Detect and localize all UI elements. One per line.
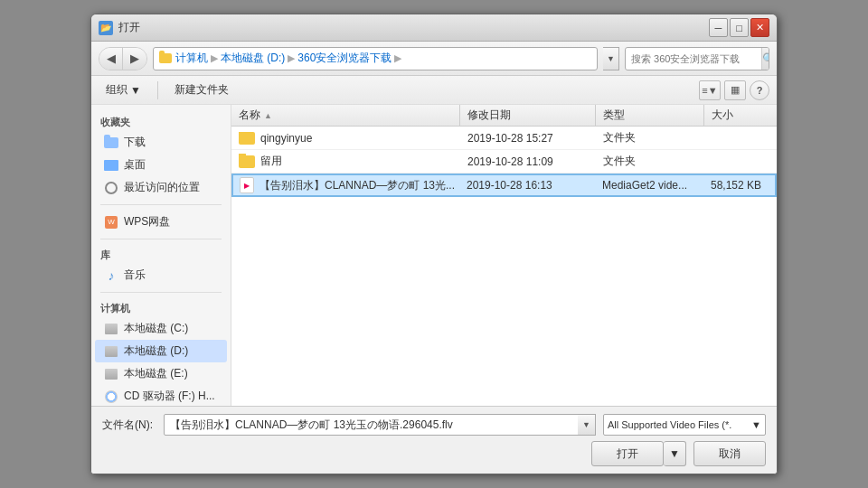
col-type[interactable]: 类型 xyxy=(596,105,704,126)
view-list-button[interactable]: ≡▼ xyxy=(699,80,721,100)
file-list-area: 名称 ▲ 修改日期 类型 大小 qingy xyxy=(231,105,777,406)
video-icon-clannad xyxy=(240,177,254,193)
folder-icon xyxy=(104,136,118,150)
maximize-button[interactable]: □ xyxy=(730,18,749,37)
close-button[interactable]: ✕ xyxy=(750,18,769,37)
sidebar-divider-3 xyxy=(100,292,222,293)
window-controls: ─ □ ✕ xyxy=(709,18,769,37)
file-name-liuyong: 留用 xyxy=(231,154,460,169)
dialog-icon: 📂 xyxy=(99,21,113,35)
title-bar: 📂 打开 ─ □ ✕ xyxy=(91,14,777,42)
filetype-dropdown[interactable]: All Supported Video Files (*. ▼ xyxy=(603,414,766,436)
sidebar-item-music[interactable]: ♪ 音乐 xyxy=(95,264,227,286)
file-row-qingyinyue[interactable]: qingyinyue 2019-10-28 15:27 文件夹 xyxy=(231,127,777,150)
cdrom-icon xyxy=(104,389,118,404)
file-date-qingyinyue: 2019-10-28 15:27 xyxy=(460,132,596,145)
file-row-clannad[interactable]: 【告别泪水】CLANNAD—梦の町 13光... 2019-10-28 16:1… xyxy=(231,174,777,197)
back-button[interactable]: ◀ xyxy=(99,48,123,70)
sidebar-computer-header: 计算机 xyxy=(91,298,231,317)
sidebar-item-disk-e[interactable]: 本地磁盘 (E:) xyxy=(95,362,227,385)
nav-bar: ◀ ▶ 计算机 ▶ 本地磁盘 (D:) ▶ 360安全浏览器下载 ▶ ▼ 🔍 xyxy=(91,42,777,76)
new-folder-button[interactable]: 新建文件夹 xyxy=(167,80,236,101)
sidebar-divider-2 xyxy=(100,239,222,239)
search-button[interactable]: 🔍 xyxy=(761,48,769,70)
sidebar-divider-1 xyxy=(100,204,222,205)
breadcrumb-bar: 计算机 ▶ 本地磁盘 (D:) ▶ 360安全浏览器下载 ▶ xyxy=(153,47,598,70)
disk-d-icon xyxy=(104,344,118,359)
desktop-icon xyxy=(104,158,118,173)
back-forward-buttons: ◀ ▶ xyxy=(99,47,147,70)
cancel-button[interactable]: 取消 xyxy=(693,441,766,466)
sidebar-item-cdrom[interactable]: CD 驱动器 (F:) H... xyxy=(95,385,227,406)
breadcrumb-360[interactable]: 360安全浏览器下载 xyxy=(297,51,392,66)
minimize-button[interactable]: ─ xyxy=(709,18,728,37)
bottom-buttons: 打开 ▼ 取消 xyxy=(102,441,766,466)
filename-input-wrapper: ▼ xyxy=(164,414,596,436)
help-button[interactable]: ? xyxy=(750,80,769,100)
open-button[interactable]: 打开 xyxy=(591,441,664,466)
filename-dropdown-button[interactable]: ▼ xyxy=(578,414,596,436)
col-size[interactable]: 大小 xyxy=(704,105,777,126)
filename-label: 文件名(N): xyxy=(102,418,156,433)
sidebar-library: 库 ♪ 音乐 xyxy=(91,245,231,286)
file-type-qingyinyue: 文件夹 xyxy=(596,130,704,145)
breadcrumb-folder-icon xyxy=(159,53,172,63)
bottom-bar: 文件名(N): ▼ All Supported Video Files (*. … xyxy=(91,406,777,474)
sidebar-computer: 计算机 本地磁盘 (C:) 本地磁盘 (D:) 本地磁盘 (E:) CD 驱动器… xyxy=(91,298,231,406)
sidebar-wps: W WPS网盘 xyxy=(91,211,231,233)
sidebar-item-desktop[interactable]: 桌面 xyxy=(95,154,227,176)
breadcrumb-disk-d[interactable]: 本地磁盘 (D:) xyxy=(221,51,285,66)
search-box: 🔍 xyxy=(625,47,769,70)
sidebar-favorites: 收藏夹 下载 桌面 最近访问的位置 xyxy=(91,112,231,199)
organize-button[interactable]: 组织 ▼ xyxy=(99,80,148,101)
sidebar: 收藏夹 下载 桌面 最近访问的位置 W WPS网盘 xyxy=(91,105,231,406)
view-controls: ≡▼ ▦ ? xyxy=(699,80,769,100)
sidebar-favorites-header: 收藏夹 xyxy=(91,112,231,131)
breadcrumb-dropdown[interactable]: ▼ xyxy=(603,47,619,70)
main-content: 收藏夹 下载 桌面 最近访问的位置 W WPS网盘 xyxy=(91,105,777,406)
sidebar-item-disk-d[interactable]: 本地磁盘 (D:) xyxy=(95,340,227,362)
breadcrumb-computer[interactable]: 计算机 xyxy=(175,51,208,66)
sidebar-item-download[interactable]: 下载 xyxy=(95,131,227,154)
filetype-arrow: ▼ xyxy=(751,419,761,430)
open-dialog: 📂 打开 ─ □ ✕ ◀ ▶ 计算机 ▶ 本地磁盘 (D:) ▶ 360安全浏览… xyxy=(90,14,778,474)
wps-icon: W xyxy=(104,215,118,230)
disk-e-icon xyxy=(104,367,118,381)
sidebar-library-header: 库 xyxy=(91,245,231,264)
filename-input[interactable] xyxy=(164,414,596,436)
file-row-liuyong[interactable]: 留用 2019-10-28 11:09 文件夹 xyxy=(231,150,777,174)
col-name[interactable]: 名称 ▲ xyxy=(231,105,460,126)
file-name-clannad: 【告别泪水】CLANNAD—梦の町 13光... xyxy=(232,177,459,193)
col-date[interactable]: 修改日期 xyxy=(460,105,596,126)
file-list: qingyinyue 2019-10-28 15:27 文件夹 留用 2019-… xyxy=(231,127,777,406)
column-header: 名称 ▲ 修改日期 类型 大小 xyxy=(231,105,777,127)
file-size-clannad: 58,152 KB xyxy=(703,179,776,192)
recent-icon xyxy=(104,181,118,195)
file-date-liuyong: 2019-10-28 11:09 xyxy=(460,155,596,168)
filename-row: 文件名(N): ▼ All Supported Video Files (*. … xyxy=(102,414,766,436)
toolbar-separator xyxy=(157,81,158,99)
view-tile-button[interactable]: ▦ xyxy=(724,80,746,100)
folder-icon-liuyong xyxy=(239,155,255,168)
search-input[interactable] xyxy=(626,53,761,64)
forward-button[interactable]: ▶ xyxy=(123,48,146,70)
sidebar-item-recent[interactable]: 最近访问的位置 xyxy=(95,176,227,199)
file-type-liuyong: 文件夹 xyxy=(596,154,704,169)
dialog-title: 打开 xyxy=(118,20,709,35)
file-name-qingyinyue: qingyinyue xyxy=(231,132,460,145)
file-date-clannad: 2019-10-28 16:13 xyxy=(459,179,595,192)
open-dropdown-button[interactable]: ▼ xyxy=(664,441,686,466)
filetype-label: All Supported Video Files (*. xyxy=(608,419,731,430)
disk-c-icon xyxy=(104,322,118,336)
folder-icon-qingyinyue xyxy=(239,132,255,145)
sidebar-item-disk-c[interactable]: 本地磁盘 (C:) xyxy=(95,317,227,340)
sidebar-item-wps[interactable]: W WPS网盘 xyxy=(95,211,227,233)
toolbar: 组织 ▼ 新建文件夹 ≡▼ ▦ ? xyxy=(91,76,777,105)
music-icon: ♪ xyxy=(104,268,118,283)
file-type-clannad: MediaGet2 vide... xyxy=(595,179,703,192)
